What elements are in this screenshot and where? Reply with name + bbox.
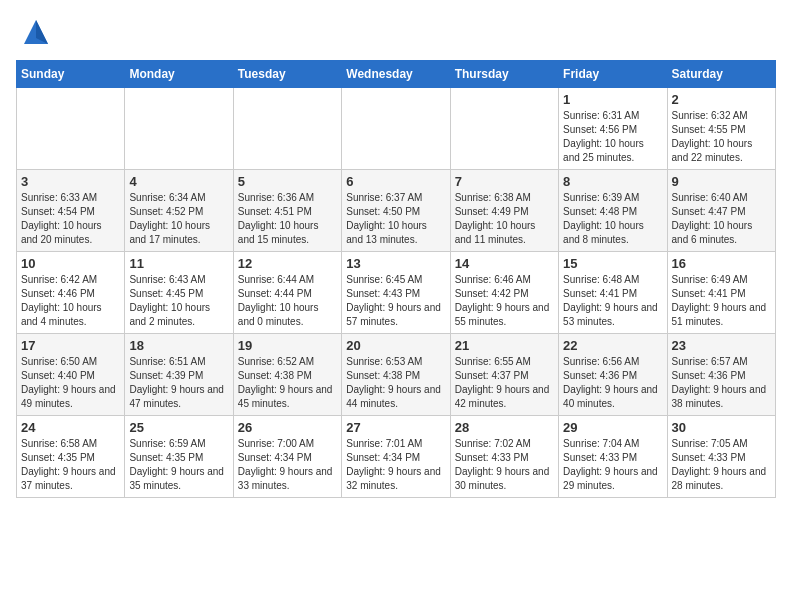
week-row-1: 1Sunrise: 6:31 AM Sunset: 4:56 PM Daylig…	[17, 88, 776, 170]
day-number: 12	[238, 256, 337, 271]
day-cell: 19Sunrise: 6:52 AM Sunset: 4:38 PM Dayli…	[233, 334, 341, 416]
day-cell: 4Sunrise: 6:34 AM Sunset: 4:52 PM Daylig…	[125, 170, 233, 252]
day-info: Sunrise: 6:39 AM Sunset: 4:48 PM Dayligh…	[563, 191, 662, 247]
day-info: Sunrise: 6:51 AM Sunset: 4:39 PM Dayligh…	[129, 355, 228, 411]
day-info: Sunrise: 7:00 AM Sunset: 4:34 PM Dayligh…	[238, 437, 337, 493]
week-row-4: 17Sunrise: 6:50 AM Sunset: 4:40 PM Dayli…	[17, 334, 776, 416]
day-info: Sunrise: 6:38 AM Sunset: 4:49 PM Dayligh…	[455, 191, 554, 247]
logo	[16, 16, 52, 48]
day-info: Sunrise: 6:57 AM Sunset: 4:36 PM Dayligh…	[672, 355, 771, 411]
day-number: 20	[346, 338, 445, 353]
day-info: Sunrise: 6:59 AM Sunset: 4:35 PM Dayligh…	[129, 437, 228, 493]
day-cell: 27Sunrise: 7:01 AM Sunset: 4:34 PM Dayli…	[342, 416, 450, 498]
day-info: Sunrise: 7:01 AM Sunset: 4:34 PM Dayligh…	[346, 437, 445, 493]
day-cell: 29Sunrise: 7:04 AM Sunset: 4:33 PM Dayli…	[559, 416, 667, 498]
day-cell: 28Sunrise: 7:02 AM Sunset: 4:33 PM Dayli…	[450, 416, 558, 498]
day-number: 1	[563, 92, 662, 107]
day-number: 8	[563, 174, 662, 189]
day-number: 16	[672, 256, 771, 271]
day-cell: 7Sunrise: 6:38 AM Sunset: 4:49 PM Daylig…	[450, 170, 558, 252]
calendar-table: SundayMondayTuesdayWednesdayThursdayFrid…	[16, 60, 776, 498]
day-number: 25	[129, 420, 228, 435]
day-info: Sunrise: 6:33 AM Sunset: 4:54 PM Dayligh…	[21, 191, 120, 247]
day-number: 28	[455, 420, 554, 435]
day-number: 19	[238, 338, 337, 353]
header-cell-saturday: Saturday	[667, 61, 775, 88]
day-cell: 17Sunrise: 6:50 AM Sunset: 4:40 PM Dayli…	[17, 334, 125, 416]
day-number: 4	[129, 174, 228, 189]
header-cell-sunday: Sunday	[17, 61, 125, 88]
day-cell: 2Sunrise: 6:32 AM Sunset: 4:55 PM Daylig…	[667, 88, 775, 170]
day-cell: 12Sunrise: 6:44 AM Sunset: 4:44 PM Dayli…	[233, 252, 341, 334]
day-info: Sunrise: 6:42 AM Sunset: 4:46 PM Dayligh…	[21, 273, 120, 329]
week-row-3: 10Sunrise: 6:42 AM Sunset: 4:46 PM Dayli…	[17, 252, 776, 334]
day-number: 5	[238, 174, 337, 189]
day-info: Sunrise: 6:32 AM Sunset: 4:55 PM Dayligh…	[672, 109, 771, 165]
day-cell	[125, 88, 233, 170]
day-number: 2	[672, 92, 771, 107]
day-cell: 9Sunrise: 6:40 AM Sunset: 4:47 PM Daylig…	[667, 170, 775, 252]
day-info: Sunrise: 7:05 AM Sunset: 4:33 PM Dayligh…	[672, 437, 771, 493]
day-cell: 1Sunrise: 6:31 AM Sunset: 4:56 PM Daylig…	[559, 88, 667, 170]
day-number: 21	[455, 338, 554, 353]
header-cell-monday: Monday	[125, 61, 233, 88]
day-cell: 18Sunrise: 6:51 AM Sunset: 4:39 PM Dayli…	[125, 334, 233, 416]
day-cell: 3Sunrise: 6:33 AM Sunset: 4:54 PM Daylig…	[17, 170, 125, 252]
day-cell: 22Sunrise: 6:56 AM Sunset: 4:36 PM Dayli…	[559, 334, 667, 416]
day-info: Sunrise: 6:34 AM Sunset: 4:52 PM Dayligh…	[129, 191, 228, 247]
day-number: 24	[21, 420, 120, 435]
day-cell: 23Sunrise: 6:57 AM Sunset: 4:36 PM Dayli…	[667, 334, 775, 416]
day-number: 23	[672, 338, 771, 353]
day-info: Sunrise: 6:31 AM Sunset: 4:56 PM Dayligh…	[563, 109, 662, 165]
week-row-2: 3Sunrise: 6:33 AM Sunset: 4:54 PM Daylig…	[17, 170, 776, 252]
header-cell-tuesday: Tuesday	[233, 61, 341, 88]
day-info: Sunrise: 6:46 AM Sunset: 4:42 PM Dayligh…	[455, 273, 554, 329]
day-info: Sunrise: 6:53 AM Sunset: 4:38 PM Dayligh…	[346, 355, 445, 411]
day-number: 18	[129, 338, 228, 353]
day-number: 22	[563, 338, 662, 353]
day-info: Sunrise: 6:52 AM Sunset: 4:38 PM Dayligh…	[238, 355, 337, 411]
day-number: 15	[563, 256, 662, 271]
day-info: Sunrise: 6:43 AM Sunset: 4:45 PM Dayligh…	[129, 273, 228, 329]
header-row: SundayMondayTuesdayWednesdayThursdayFrid…	[17, 61, 776, 88]
day-number: 9	[672, 174, 771, 189]
day-info: Sunrise: 6:50 AM Sunset: 4:40 PM Dayligh…	[21, 355, 120, 411]
day-number: 13	[346, 256, 445, 271]
day-info: Sunrise: 6:58 AM Sunset: 4:35 PM Dayligh…	[21, 437, 120, 493]
day-info: Sunrise: 6:36 AM Sunset: 4:51 PM Dayligh…	[238, 191, 337, 247]
day-info: Sunrise: 6:56 AM Sunset: 4:36 PM Dayligh…	[563, 355, 662, 411]
day-number: 14	[455, 256, 554, 271]
day-cell	[233, 88, 341, 170]
day-cell: 20Sunrise: 6:53 AM Sunset: 4:38 PM Dayli…	[342, 334, 450, 416]
day-info: Sunrise: 6:37 AM Sunset: 4:50 PM Dayligh…	[346, 191, 445, 247]
day-cell: 15Sunrise: 6:48 AM Sunset: 4:41 PM Dayli…	[559, 252, 667, 334]
day-number: 26	[238, 420, 337, 435]
day-cell: 25Sunrise: 6:59 AM Sunset: 4:35 PM Dayli…	[125, 416, 233, 498]
day-cell	[450, 88, 558, 170]
day-info: Sunrise: 6:48 AM Sunset: 4:41 PM Dayligh…	[563, 273, 662, 329]
day-info: Sunrise: 7:02 AM Sunset: 4:33 PM Dayligh…	[455, 437, 554, 493]
day-cell: 6Sunrise: 6:37 AM Sunset: 4:50 PM Daylig…	[342, 170, 450, 252]
day-cell: 10Sunrise: 6:42 AM Sunset: 4:46 PM Dayli…	[17, 252, 125, 334]
day-number: 3	[21, 174, 120, 189]
day-cell: 26Sunrise: 7:00 AM Sunset: 4:34 PM Dayli…	[233, 416, 341, 498]
day-cell: 30Sunrise: 7:05 AM Sunset: 4:33 PM Dayli…	[667, 416, 775, 498]
page-header	[16, 16, 776, 48]
day-cell: 5Sunrise: 6:36 AM Sunset: 4:51 PM Daylig…	[233, 170, 341, 252]
day-cell: 13Sunrise: 6:45 AM Sunset: 4:43 PM Dayli…	[342, 252, 450, 334]
day-cell: 8Sunrise: 6:39 AM Sunset: 4:48 PM Daylig…	[559, 170, 667, 252]
day-info: Sunrise: 6:40 AM Sunset: 4:47 PM Dayligh…	[672, 191, 771, 247]
day-info: Sunrise: 6:44 AM Sunset: 4:44 PM Dayligh…	[238, 273, 337, 329]
header-cell-thursday: Thursday	[450, 61, 558, 88]
day-cell	[17, 88, 125, 170]
day-number: 27	[346, 420, 445, 435]
day-info: Sunrise: 6:55 AM Sunset: 4:37 PM Dayligh…	[455, 355, 554, 411]
day-number: 10	[21, 256, 120, 271]
day-number: 30	[672, 420, 771, 435]
day-number: 29	[563, 420, 662, 435]
day-cell: 24Sunrise: 6:58 AM Sunset: 4:35 PM Dayli…	[17, 416, 125, 498]
header-cell-wednesday: Wednesday	[342, 61, 450, 88]
header-cell-friday: Friday	[559, 61, 667, 88]
day-cell: 16Sunrise: 6:49 AM Sunset: 4:41 PM Dayli…	[667, 252, 775, 334]
day-info: Sunrise: 6:45 AM Sunset: 4:43 PM Dayligh…	[346, 273, 445, 329]
